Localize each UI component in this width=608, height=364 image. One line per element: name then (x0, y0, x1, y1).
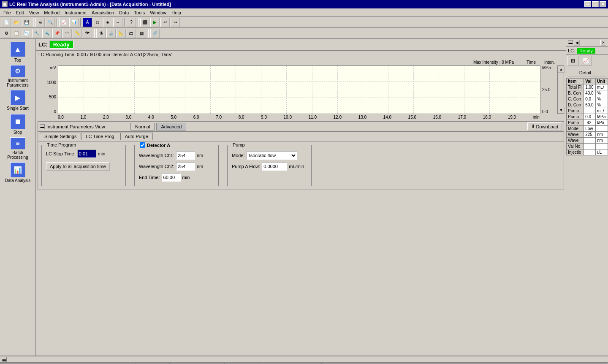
menu-tools[interactable]: Tools (131, 9, 147, 16)
minimize-button[interactable]: ─ (584, 1, 591, 7)
acq2-button[interactable]: □ (93, 18, 102, 27)
start-toolbar-button[interactable]: ▶ (150, 18, 160, 27)
right-cell-unit (596, 126, 608, 132)
menu-window[interactable]: Window (147, 9, 169, 16)
rp-close-button[interactable]: ✕ (600, 40, 606, 46)
log-collapse-button[interactable]: ▬ (2, 357, 7, 362)
stop-toolbar-button[interactable]: ⬛ (140, 18, 149, 27)
sub-tab-lc-time-prog[interactable]: LC Time Prog. (81, 133, 120, 140)
chart-header-row: Max Intensity : 0 MPa Time Inten. (38, 60, 564, 65)
new-button[interactable]: 📄 (2, 18, 11, 27)
scroll-down-button[interactable]: ▼ (558, 107, 565, 114)
chart-canvas (58, 65, 540, 114)
detector-checkbox[interactable] (140, 142, 145, 148)
save-button[interactable]: 💾 (22, 18, 31, 27)
rp-collapse-button[interactable]: ▬ (568, 40, 573, 45)
grid-v-9 (286, 66, 287, 114)
menu-instrument[interactable]: Instrument (62, 9, 89, 16)
sidebar-item-data-analysis[interactable]: 📊 Data Analysis (3, 161, 33, 184)
batch-processing-icon: ≡ (10, 137, 25, 149)
x-axis: 0.0 1.0 2.0 3.0 4.0 5.0 6.0 7.0 8.0 9.0 … (58, 114, 540, 120)
menu-help[interactable]: Help (169, 9, 184, 16)
chart-scrollbar-right[interactable]: ▲ ▼ (557, 65, 564, 114)
rp-icons-row: ⊞ 📈 (566, 55, 608, 67)
tb2-btn14[interactable]: ▦ (137, 29, 146, 38)
sidebar-item-instrument-parameters[interactable]: ⚙ InstrumentParameters (3, 65, 33, 88)
tab-advanced[interactable]: Advanced (156, 123, 186, 130)
menu-edit[interactable]: Edit (14, 9, 27, 16)
tb2-btn3[interactable]: 📉 (22, 29, 31, 38)
right-cell-unit (596, 144, 608, 149)
tb2-btn5[interactable]: 🔩 (42, 29, 52, 38)
x-tick-0: 0.0 (58, 115, 64, 120)
download-button[interactable]: ⬇ DownLoad (527, 122, 562, 130)
chart2-button[interactable]: 📊 (69, 18, 79, 27)
pump-a-input[interactable] (262, 162, 287, 171)
acq3-button[interactable]: ◈ (103, 18, 112, 27)
chart-button[interactable]: 📈 (59, 18, 68, 27)
tb2-btn4[interactable]: 🔧 (32, 29, 41, 38)
tb2-btn15[interactable]: 🔗 (150, 29, 160, 38)
wavelength-ch2-input[interactable] (176, 162, 195, 171)
detail-button[interactable]: Detail... (568, 69, 606, 76)
x-tick-14: 14.0 (383, 115, 391, 120)
max-intensity-value: 0 (502, 60, 504, 65)
rp-icon-grid[interactable]: ⊞ (567, 56, 579, 66)
tb2-btn2[interactable]: 📋 (12, 29, 21, 38)
window-title: LC Real Time Analysis (Instrument1-Admin… (9, 2, 171, 7)
tb2-btn10[interactable]: ⚗ (96, 29, 106, 38)
help-button[interactable]: ? (127, 18, 136, 27)
tb2-btn1[interactable]: ⚙ (2, 29, 11, 38)
settings-content: Time Program LC Stop Time: min Apply to … (38, 141, 564, 190)
x-tick-4: 4.0 (148, 115, 154, 120)
tb2-btn13[interactable]: 🗃 (127, 29, 136, 38)
chart-wrapper: mV 1000 500 0 (38, 65, 564, 114)
pump-mode-select[interactable]: Isocratic flow Gradient flow (247, 151, 297, 160)
menu-view[interactable]: View (27, 9, 42, 16)
acq4-button[interactable]: ↔ (113, 18, 122, 27)
sub-tab-simple-settings[interactable]: Simple Settings (40, 133, 81, 140)
menu-acquisition[interactable]: Acquisition (89, 9, 117, 16)
right-panel-inner: ▬ ◀ ✕ LC: Ready ⊞ 📈 Detail... It (566, 39, 608, 155)
open-button[interactable]: 📂 (12, 18, 21, 27)
menu-method[interactable]: Method (41, 9, 62, 16)
right-cell-item: Val No (567, 144, 584, 149)
close-button[interactable]: ✕ (600, 1, 606, 7)
lc-stop-input[interactable] (77, 149, 96, 158)
sidebar-item-single-start[interactable]: ▶ Single Start (3, 89, 33, 112)
tb2-btn6[interactable]: 📌 (52, 29, 62, 38)
log-top-bar: ▬ (0, 356, 608, 363)
tb2-btn8[interactable]: 📏 (73, 29, 82, 38)
tb2-btn9[interactable]: 🗺 (83, 29, 92, 38)
wavelength-ch1-input[interactable] (176, 151, 195, 160)
back-button[interactable]: ↩ (160, 18, 170, 27)
chart-area: Max Intensity : 0 MPa Time Inten. mV 100… (36, 58, 566, 120)
sub-tab-auto-purge[interactable]: Auto Purge (120, 133, 153, 140)
max-intensity-label: Max Intensity : (473, 60, 500, 65)
tb2-btn11[interactable]: 🔬 (106, 29, 116, 38)
x-tick-9: 9.0 (261, 115, 267, 120)
tab-normal[interactable]: Normal (130, 123, 155, 130)
rp-icon-chart[interactable]: 📈 (580, 56, 592, 66)
maximize-button[interactable]: □ (592, 1, 599, 7)
menu-data[interactable]: Data (117, 9, 131, 16)
rp-scroll-left[interactable]: ◀ (574, 40, 580, 46)
right-cell-unit: % (596, 102, 608, 108)
right-cell-item: Pump (567, 114, 584, 120)
forward-button[interactable]: ↪ (171, 18, 180, 27)
sidebar-item-top[interactable]: ▲ Top (3, 41, 33, 64)
acq-button[interactable]: A (83, 18, 92, 27)
sidebar-item-stop[interactable]: ⏹ Stop (3, 113, 33, 136)
grid-v-11 (337, 66, 338, 114)
end-time-input[interactable] (162, 173, 181, 182)
print-preview-button[interactable]: 🔍 (46, 18, 55, 27)
menu-file[interactable]: File (1, 9, 14, 16)
tb2-btn7[interactable]: 〰 (62, 29, 72, 38)
toolbar-sep-4 (124, 18, 125, 27)
apply-all-button[interactable]: Apply to all acquisition time (46, 162, 110, 171)
print-button[interactable]: 🖨 (35, 18, 45, 27)
scroll-up-button[interactable]: ▲ (558, 66, 565, 73)
tb2-btn12[interactable]: 📐 (117, 29, 126, 38)
ip-collapse-button[interactable]: ▬ (40, 124, 45, 129)
sidebar-item-batch-processing[interactable]: ≡ BatchProcessing (3, 137, 33, 160)
